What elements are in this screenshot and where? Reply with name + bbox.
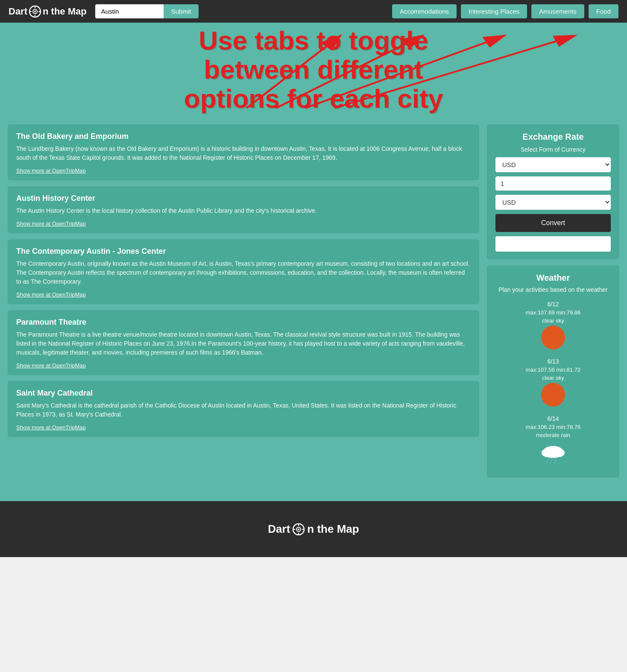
place-description: Saint Mary's Cathedral is the cathedral … bbox=[16, 401, 471, 419]
svg-line-15 bbox=[547, 458, 548, 464]
nav-tabs: Accommodations Interesting Places Amusem… bbox=[392, 4, 618, 18]
weather-date-1: 6/12 bbox=[547, 301, 559, 308]
place-title: Paramount Theatre bbox=[16, 318, 471, 327]
place-link[interactable]: Show more at OpenTripMap bbox=[16, 291, 86, 298]
weather-date-2: 6/13 bbox=[547, 358, 559, 365]
place-card-old-bakery: The Old Bakery and Emporium The Lundberg… bbox=[8, 124, 479, 180]
amount-input[interactable] bbox=[495, 176, 611, 191]
convert-button[interactable]: Convert bbox=[495, 214, 611, 232]
place-title: Saint Mary Cathedral bbox=[16, 389, 471, 398]
place-link[interactable]: Show more at OpenTripMap bbox=[16, 167, 86, 174]
svg-point-20 bbox=[298, 528, 299, 530]
weather-temps-2: max:107.56 min:81.72 bbox=[526, 367, 581, 373]
weather-day-2: 6/13 max:107.56 min:81.72 clear sky bbox=[526, 358, 581, 407]
annotation-text: Use tabs to togglebetween differentoptio… bbox=[0, 23, 627, 117]
right-column: Exchange Rate Select Form of Currency US… bbox=[487, 124, 619, 493]
weather-temps-3: max:106.23 min:78.76 bbox=[526, 424, 581, 430]
rain-icon bbox=[538, 440, 568, 467]
weather-card: Weather Plan your activities based on th… bbox=[487, 265, 619, 478]
place-description: The Paramount Theatre is a live theatre … bbox=[16, 330, 471, 357]
place-link[interactable]: Show more at OpenTripMap bbox=[16, 424, 86, 431]
main-content: The Old Bakery and Emporium The Lundberg… bbox=[0, 117, 627, 501]
svg-line-8 bbox=[276, 35, 423, 108]
exchange-title: Exchange Rate bbox=[522, 132, 583, 142]
exchange-subtitle: Select Form of Currency bbox=[521, 146, 586, 153]
place-card-austin-history: Austin History Center The Austin History… bbox=[8, 186, 479, 233]
submit-button[interactable]: Submit bbox=[164, 4, 199, 18]
to-currency-select[interactable]: USD EUR GBP JPY CAD AUD MXN bbox=[495, 195, 611, 210]
place-description: The Lundberg Bakery (now known as the Ol… bbox=[16, 144, 471, 162]
footer-logo: Dart n the Map bbox=[268, 522, 359, 536]
place-card-saint-mary: Saint Mary Cathedral Saint Mary's Cathed… bbox=[8, 381, 479, 437]
svg-point-13 bbox=[542, 449, 554, 457]
tab-interesting-places[interactable]: Interesting Places bbox=[461, 4, 527, 18]
place-link[interactable]: Show more at OpenTripMap bbox=[16, 220, 86, 227]
place-title: Austin History Center bbox=[16, 194, 471, 203]
logo: Dart n the Map bbox=[9, 6, 87, 18]
header: Dart n the Map Austin Submit Accommodati… bbox=[0, 0, 627, 23]
footer: Dart n the Map bbox=[0, 501, 627, 557]
tab-accommodations[interactable]: Accommodations bbox=[392, 4, 457, 18]
svg-line-10 bbox=[334, 35, 575, 108]
conversion-result bbox=[495, 236, 611, 252]
search-input[interactable]: Austin bbox=[95, 4, 164, 18]
dart-icon bbox=[29, 6, 41, 18]
exchange-card: Exchange Rate Select Form of Currency US… bbox=[487, 124, 619, 259]
sun-icon-1 bbox=[541, 326, 565, 349]
weather-subtitle: Plan your activities based on the weathe… bbox=[498, 286, 607, 293]
svg-point-2 bbox=[34, 11, 36, 12]
tab-amusements[interactable]: Amusements bbox=[531, 4, 584, 18]
tab-food[interactable]: Food bbox=[589, 4, 618, 18]
footer-logo-text-2: n the Map bbox=[307, 522, 359, 536]
svg-point-14 bbox=[553, 449, 565, 457]
weather-date-3: 6/14 bbox=[547, 415, 559, 422]
weather-desc-1: clear sky bbox=[542, 317, 564, 324]
svg-line-16 bbox=[551, 458, 552, 464]
sun-icon-2 bbox=[541, 383, 565, 407]
place-link[interactable]: Show more at OpenTripMap bbox=[16, 362, 86, 369]
place-description: The Contemporary Austin, originally know… bbox=[16, 259, 471, 286]
search-form: Austin Submit bbox=[95, 4, 199, 18]
place-title: The Contemporary Austin - Jones Center bbox=[16, 247, 471, 256]
weather-desc-3: moderate rain bbox=[536, 432, 570, 438]
weather-day-3: 6/14 max:106.23 min:78.76 moderate rain bbox=[526, 415, 581, 467]
logo-text-2: n the Map bbox=[43, 6, 87, 17]
weather-title: Weather bbox=[536, 273, 570, 283]
weather-desc-2: clear sky bbox=[542, 375, 564, 381]
footer-dart-icon bbox=[293, 523, 305, 535]
place-card-contemporary-austin: The Contemporary Austin - Jones Center T… bbox=[8, 239, 479, 304]
footer-logo-text-1: Dart bbox=[268, 522, 290, 536]
weather-day-1: 6/12 max:107.69 min:79.86 clear sky bbox=[526, 301, 581, 349]
annotation-banner: Use tabs to togglebetween differentoptio… bbox=[0, 23, 627, 117]
places-list: The Old Bakery and Emporium The Lundberg… bbox=[8, 124, 479, 493]
svg-line-9 bbox=[305, 35, 505, 108]
logo-text-1: Dart bbox=[9, 6, 27, 17]
place-card-paramount: Paramount Theatre The Paramount Theatre … bbox=[8, 310, 479, 375]
from-currency-select[interactable]: USD EUR GBP JPY CAD AUD MXN bbox=[495, 157, 611, 172]
weather-temps-1: max:107.69 min:79.86 bbox=[526, 309, 581, 316]
svg-line-17 bbox=[554, 458, 556, 464]
place-title: The Old Bakery and Emporium bbox=[16, 132, 471, 141]
place-description: The Austin History Center is the local h… bbox=[16, 206, 471, 215]
svg-line-7 bbox=[246, 35, 340, 108]
